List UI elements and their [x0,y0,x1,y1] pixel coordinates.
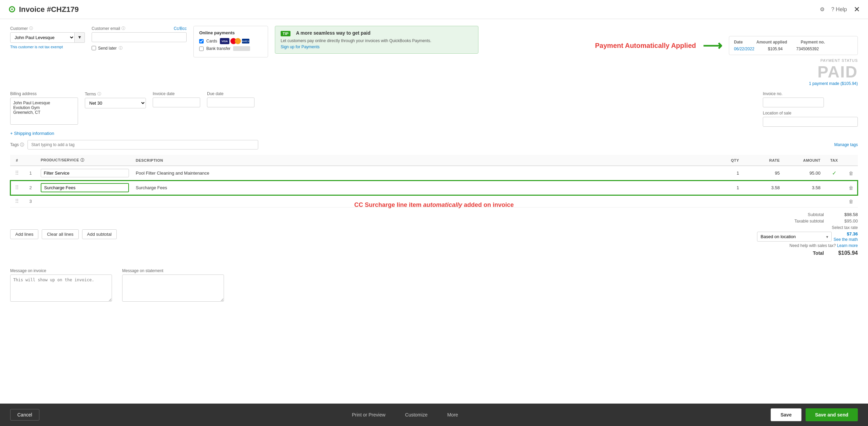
table-row: ⠿2Surcharge Fees13.583.58🗑 [10,180,858,195]
totals-section: Subtotal $98.58 Taxable subtotal $95.00 … [756,212,858,256]
customize-button[interactable]: Customize [400,409,432,420]
terms-label: Terms ⓘ [85,91,146,96]
terms-select[interactable]: Net 30 [85,98,146,108]
billing-address-box: John Paul Levesque Evolution Gym Greenwi… [10,97,78,125]
subtotal-row: Subtotal $98.58 [756,212,858,217]
help-tax-row: Need help with sales tax? Learn more [756,243,858,248]
terms-group: Terms ⓘ Net 30 [85,91,146,108]
tax-select[interactable]: Based on location [757,232,832,242]
tags-info-icon[interactable]: ⓘ [20,142,24,148]
statement-message-group: Message on statement [122,268,224,302]
row-number: 1 [24,166,37,180]
product-input[interactable] [41,169,129,177]
customer-group: Customer ⓘ John Paul Levesque ▼ This cus… [10,26,85,49]
payment-annotation-wrap: Payment Automatically Applied ⟶ Date Amo… [595,36,858,55]
more-button[interactable]: More [442,409,463,420]
invoice-no-label: Invoice no. [763,91,858,96]
col-rate-header: RATE [742,155,783,166]
online-payments-box: Online payments Cards VISA AMEX Bank tra… [193,26,268,57]
description-cell: Pool Filter Cleaning and Maintenance [132,166,715,180]
amex-icon: AMEX [242,39,249,43]
bank-transfer-checkbox[interactable] [199,47,204,51]
rate-cell: 3.58 [742,180,783,195]
footer-left: Cancel [10,409,39,421]
delete-row-icon[interactable]: 🗑 [849,199,853,204]
send-later-info-icon[interactable]: ⓘ [119,46,122,51]
payment-date[interactable]: 06/22/2022 [734,47,754,51]
billing-line2: Evolution Gym [13,105,75,110]
location-input[interactable]: 18500 Von Karman Ave., Irvine, CA [763,117,858,127]
cards-checkbox[interactable] [199,39,204,43]
statement-message-label: Message on statement [122,268,224,273]
statement-message-textarea[interactable] [122,274,224,302]
app-container: ⊙ Invoice #CHZ179 ⚙ ? Help ✕ Customer ⓘ … [0,0,868,426]
drag-handle-icon[interactable]: ⠿ [15,185,19,191]
product-info-icon[interactable]: ⓘ [80,158,84,162]
amount-cell: 95.00 [783,166,824,180]
tags-input[interactable] [27,140,258,149]
payment-applied-link[interactable]: 1 payment made ($105.94) [595,81,858,86]
print-preview-button[interactable]: Print or Preview [347,409,390,420]
col-del-header [844,155,858,166]
invoice-header: ⊙ Invoice #CHZ179 ⚙ ? Help ✕ [0,0,868,19]
invoice-date-input[interactable]: 06/22/2022 [153,97,200,107]
customer-email-group: Customer email ⓘ Cc/Bcc jplevesque@cztes… [92,26,187,51]
email-info-icon[interactable]: ⓘ [121,26,125,31]
delete-row-icon[interactable]: 🗑 [849,185,853,191]
drag-handle-icon[interactable]: ⠿ [15,198,19,204]
shipping-link[interactable]: + Shipping information [10,131,54,136]
add-subtotal-button[interactable]: Add subtotal [82,229,117,239]
add-lines-button[interactable]: Add lines [10,229,38,239]
line-items-table: # PRODUCT/SERVICE ⓘ DESCRIPTION QTY RATE… [10,155,858,208]
billing-address-label: Billing address [10,91,78,96]
due-date-input[interactable]: 07/22/2022 [207,97,254,107]
close-button[interactable]: ✕ [854,5,860,14]
payment-status-section: Payment Automatically Applied ⟶ Date Amo… [595,26,858,86]
customer-info-icon[interactable]: ⓘ [29,26,33,31]
col-hash-header: # [10,155,24,166]
customer-select[interactable]: John Paul Levesque [10,32,75,43]
clear-all-lines-button[interactable]: Clear all lines [42,229,78,239]
invoice-title-text: Invoice #CHZ179 [19,5,79,14]
col-product-header: PRODUCT/SERVICE ⓘ [37,155,132,166]
billing-line3: Greenwich, CT [13,110,75,115]
settings-icon[interactable]: ⚙ [820,6,825,13]
tags-input-area [27,140,258,149]
online-payments-title: Online payments [199,30,262,35]
select-tax-label: Select tax rate [756,225,858,230]
rate-cell: 95 [742,166,783,180]
tip-link[interactable]: Sign up for Payments [281,45,473,49]
help-button[interactable]: ? Help [831,6,847,13]
cc-bcc-link[interactable]: Cc/Bcc [174,26,187,31]
invoice-meta: Invoice no. CHZ179 Location of sale 1850… [763,91,858,127]
delete-row-icon[interactable]: 🗑 [849,171,853,176]
invoice-message-textarea[interactable] [10,274,112,302]
product-input[interactable] [41,183,129,192]
tax-amount-value: $7.36 [847,231,858,236]
send-later-checkbox[interactable] [92,46,96,50]
customer-dropdown-arrow[interactable]: ▼ [75,32,85,43]
tags-label: Tags ⓘ [10,142,24,148]
card-icons-group: VISA AMEX [220,38,249,44]
amount-cell: 3.58 [783,180,824,195]
top-section: Customer ⓘ John Paul Levesque ▼ This cus… [10,26,858,86]
see-math-link[interactable]: See the math [834,237,858,242]
line-actions: Add lines Clear all lines Add subtotal S… [10,212,858,256]
send-later-label: Send later [98,46,117,51]
billing-line1: John Paul Levesque [13,101,75,105]
customer-email-input[interactable]: jplevesque@cztester.com [92,32,187,42]
cards-option: Cards VISA AMEX [199,38,262,44]
drag-handle-icon[interactable]: ⠿ [15,170,19,176]
location-group: Location of sale 18500 Von Karman Ave., … [763,111,858,127]
invoice-no-input[interactable]: CHZ179 [763,97,824,107]
taxable-subtotal-value: $95.00 [831,218,858,224]
save-and-send-button[interactable]: Save and send [806,408,858,421]
terms-info-icon[interactable]: ⓘ [97,91,101,96]
tax-exempt-note: This customer is not tax exempt [10,45,85,49]
learn-more-link[interactable]: Learn more [837,243,858,248]
invoice-message-group: Message on invoice [10,268,112,302]
cancel-button[interactable]: Cancel [10,409,39,421]
save-button[interactable]: Save [771,408,801,421]
manage-tags-link[interactable]: Manage tags [834,142,858,147]
qty-cell: 1 [715,180,742,195]
